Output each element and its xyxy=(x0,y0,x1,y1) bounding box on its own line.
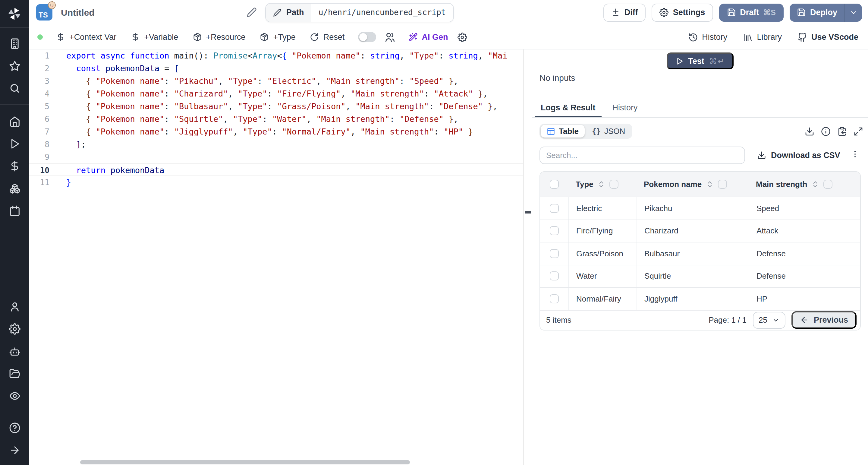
code-line-5[interactable]: 5 { "Pokemon name": "Bulbasaur", "Type":… xyxy=(29,100,523,113)
deploy-button[interactable]: Deploy xyxy=(789,3,862,21)
sidebar-item-folder[interactable] xyxy=(4,362,25,385)
code-line-2[interactable]: 2 const pokemonData = [ xyxy=(29,62,523,75)
code-editor[interactable]: 1export async function main(): Promise<A… xyxy=(29,50,532,465)
sort-icon[interactable] xyxy=(706,180,714,188)
boxes-icon xyxy=(9,183,20,194)
table-row-2[interactable]: Fire/FlyingCharizardAttack xyxy=(540,219,860,242)
sidebar-item-boxes[interactable] xyxy=(4,177,25,200)
sidebar-item-home[interactable] xyxy=(4,110,25,133)
column-toggle[interactable] xyxy=(718,180,727,189)
ai-gen-button[interactable]: AI Gen xyxy=(408,33,448,41)
sidebar-item-calendar[interactable] xyxy=(4,200,25,222)
line-number: 11 xyxy=(29,176,58,189)
page-size-select[interactable]: 25 xyxy=(752,312,785,328)
code-line-4[interactable]: 4 { "Pokemon name": "Charizard", "Type":… xyxy=(29,87,523,100)
sort-icon[interactable] xyxy=(811,180,819,188)
more-menu-button[interactable] xyxy=(850,150,860,161)
table-row-1[interactable]: ElectricPikachuSpeed xyxy=(540,197,860,219)
tab-history[interactable]: History xyxy=(607,98,644,117)
download-csv-button[interactable]: Download as CSV xyxy=(757,151,840,160)
expand-button[interactable] xyxy=(854,126,863,136)
code-line-10[interactable]: 10 return pokemonData xyxy=(29,164,523,176)
clipboard-button[interactable] xyxy=(837,126,847,136)
download-button[interactable] xyxy=(805,126,814,136)
test-button[interactable]: Test ⌘↵ xyxy=(666,53,734,69)
previous-page-button[interactable]: Previous xyxy=(792,311,857,329)
sidebar-item-star[interactable] xyxy=(4,55,25,77)
table-row-3[interactable]: Grass/PoisonBulbasaurDefense xyxy=(540,242,860,264)
row-checkbox[interactable] xyxy=(550,227,559,235)
toolbar-button-label: Reset xyxy=(323,33,345,41)
cell-pokemon-name: Jigglypuff xyxy=(637,288,749,310)
draft-button[interactable]: Draft ⌘S xyxy=(719,3,784,21)
editor-horizontal-scrollbar[interactable] xyxy=(80,460,410,464)
toolbar-button-reset[interactable]: Reset xyxy=(310,33,345,41)
select-all-checkbox[interactable] xyxy=(550,180,559,189)
view-option-json[interactable]: {}JSON xyxy=(586,125,631,138)
editor-overview-ruler[interactable] xyxy=(523,50,532,465)
sidebar-item-dollar[interactable] xyxy=(4,155,25,177)
download-icon xyxy=(805,126,814,136)
draft-shortcut: ⌘S xyxy=(763,8,776,17)
sidebar-item-help[interactable] xyxy=(4,417,25,439)
cell-pokemon-name: Bulbasaur xyxy=(637,242,749,264)
script-path-field[interactable]: Path u/henri/unencumbered_script xyxy=(265,3,454,22)
sort-icon[interactable] xyxy=(598,180,606,188)
users-icon xyxy=(384,32,395,42)
page-title: Untitled xyxy=(61,7,95,18)
sidebar-item-user[interactable] xyxy=(4,295,25,318)
sidebar-item-building[interactable] xyxy=(4,33,25,55)
toolbar-button-variable[interactable]: +Variable xyxy=(131,33,178,41)
edit-summary-pencil-icon[interactable] xyxy=(244,5,259,20)
history-icon xyxy=(688,32,698,42)
code-line-8[interactable]: 8 ]; xyxy=(29,138,523,151)
sidebar-item-search[interactable] xyxy=(4,77,25,99)
code-line-7[interactable]: 7 { "Pokemon name": "Jigglypuff", "Type"… xyxy=(29,125,523,138)
code-text: ]; xyxy=(58,138,523,151)
toolbar-link-library[interactable]: Library xyxy=(743,32,782,42)
row-checkbox[interactable] xyxy=(550,204,559,213)
code-line-3[interactable]: 3 { "Pokemon name": "Pikachu", "Type": "… xyxy=(29,75,523,87)
toolbar-link-use-vscode[interactable]: Use VScode xyxy=(798,32,858,42)
editor-settings-button[interactable] xyxy=(458,32,467,42)
cell-type: Fire/Flying xyxy=(568,220,637,242)
column-toggle[interactable] xyxy=(610,180,619,189)
table-row-4[interactable]: WaterSquirtleDefense xyxy=(540,264,860,287)
save-icon xyxy=(797,8,806,17)
table-row-5[interactable]: Normal/FairyJigglypuffHP xyxy=(540,287,860,310)
sidebar-item-eye[interactable] xyxy=(4,385,25,407)
toolbar-link-history[interactable]: History xyxy=(688,32,727,42)
chevron-down-icon xyxy=(772,316,779,324)
code-line-1[interactable]: 1export async function main(): Promise<A… xyxy=(29,50,523,62)
diff-button[interactable]: Diff xyxy=(603,3,646,21)
row-checkbox[interactable] xyxy=(550,272,559,281)
multiplayer-button[interactable] xyxy=(384,32,395,42)
toolbar-button-resource[interactable]: +Resource xyxy=(193,33,245,41)
cell-main-strength: HP xyxy=(749,288,860,310)
sidebar-item-play[interactable] xyxy=(4,133,25,155)
view-option-table[interactable]: Table xyxy=(541,125,585,138)
windmill-logo-icon[interactable] xyxy=(0,0,29,28)
code-text: const pokemonData = [ xyxy=(58,62,523,75)
settings-button[interactable]: Settings xyxy=(652,3,713,21)
row-checkbox[interactable] xyxy=(550,294,559,303)
assistant-toggle[interactable] xyxy=(358,32,376,42)
pencil-icon xyxy=(273,8,281,17)
sidebar-item-arrow-right[interactable] xyxy=(4,439,25,461)
code-line-6[interactable]: 6 { "Pokemon name": "Squirtle", "Type": … xyxy=(29,113,523,125)
column-toggle[interactable] xyxy=(824,180,832,189)
sidebar-item-settings[interactable] xyxy=(4,318,25,340)
tab-logs-result[interactable]: Logs & Result xyxy=(535,98,601,117)
sidebar-item-bot[interactable] xyxy=(4,340,25,362)
diff-icon xyxy=(611,8,620,17)
toolbar-button-contextvar[interactable]: +Context Var xyxy=(56,33,116,41)
code-line-9[interactable]: 9 xyxy=(29,151,523,164)
code-line-11[interactable]: 11} xyxy=(29,176,523,189)
no-inputs-label: No inputs xyxy=(539,73,868,83)
info-button[interactable] xyxy=(821,126,831,136)
result-search-input[interactable] xyxy=(539,147,745,164)
deploy-dropdown-button[interactable] xyxy=(844,3,862,21)
chevron-down-icon xyxy=(849,8,858,17)
row-checkbox[interactable] xyxy=(550,249,559,258)
toolbar-button-type[interactable]: +Type xyxy=(260,33,296,41)
